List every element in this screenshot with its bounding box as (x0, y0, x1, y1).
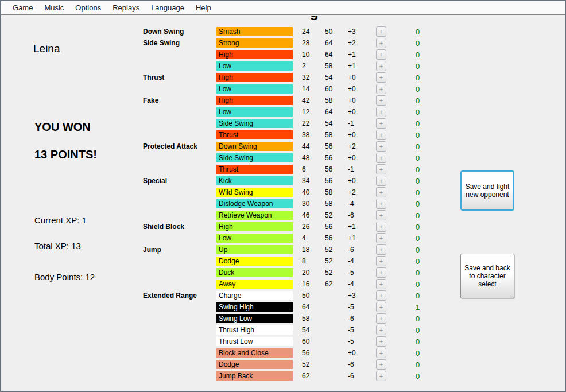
move-row: Side Swing Strong 28 64 +2 + 0 (1, 37, 565, 49)
add-point-button[interactable]: + (376, 61, 386, 71)
stat-value-1: 46 (302, 211, 309, 219)
add-point-button[interactable]: + (376, 141, 386, 152)
stat-value-1: 8 (302, 257, 306, 265)
stat-modifier: -5 (348, 269, 354, 277)
stat-value-1: 18 (302, 246, 309, 254)
stat-modifier: +2 (348, 142, 356, 150)
move-row: Fake High 42 58 +0 + 0 (1, 95, 565, 106)
add-point-button[interactable]: + (376, 233, 386, 243)
points-spent-value: 0 (416, 188, 420, 197)
move-row: Low 2 58 +1 + 0 (1, 60, 565, 72)
move-row: Down Swing Smash 24 50 +3 + 0 (1, 26, 565, 37)
stat-value-1: 52 (302, 360, 309, 368)
add-point-button[interactable]: + (376, 359, 386, 370)
move-bar: High (216, 96, 293, 105)
add-point-button[interactable]: + (376, 26, 386, 37)
stat-modifier: -5 (348, 303, 354, 311)
add-point-button[interactable]: + (376, 176, 386, 186)
save-and-fight-button[interactable]: Save and fight new opponent (460, 170, 514, 211)
add-point-button[interactable]: + (376, 371, 386, 381)
points-spent-value: 0 (416, 51, 420, 59)
add-point-button[interactable]: + (376, 256, 386, 266)
add-point-button[interactable]: + (376, 107, 386, 117)
stat-modifier: +1 (348, 234, 356, 242)
stat-modifier: -6 (348, 360, 354, 368)
points-spent-value: 0 (416, 223, 420, 231)
stat-value-2: 56 (325, 142, 332, 150)
add-point-button[interactable]: + (376, 72, 386, 83)
stat-modifier: +0 (348, 108, 356, 116)
move-bar: Swing High (216, 302, 293, 312)
stat-value-1: 26 (302, 223, 309, 231)
add-point-button[interactable]: + (376, 244, 386, 255)
stat-modifier: +0 (348, 73, 356, 81)
move-row: Thrust High 54 -5 + 0 (1, 324, 565, 336)
points-spent-value: 1 (416, 303, 420, 312)
save-and-back-button[interactable]: Save and back to character select (460, 254, 514, 298)
move-bar: Low (216, 61, 293, 71)
points-spent-value: 0 (416, 39, 420, 48)
add-point-button[interactable]: + (376, 222, 386, 232)
stat-value-1: 10 (302, 51, 309, 59)
move-row: Thrust 38 58 +0 + 0 (1, 129, 565, 141)
game-window: Game Music Options Replays Language Help… (0, 0, 566, 392)
points-spent-value: 0 (416, 326, 420, 335)
stat-modifier: -4 (348, 280, 354, 288)
stat-value-2: 58 (325, 131, 332, 139)
add-point-button[interactable]: + (376, 95, 386, 106)
stat-value-2: 56 (325, 234, 332, 242)
move-bar: High (216, 50, 293, 59)
move-bar: Thrust (216, 130, 293, 139)
points-spent-value: 0 (416, 257, 420, 266)
stat-value-2: 54 (325, 119, 332, 127)
stat-value-2: 56 (325, 223, 332, 231)
add-point-button[interactable]: + (376, 49, 386, 60)
add-point-button[interactable]: + (376, 290, 386, 301)
add-point-button[interactable]: + (376, 325, 386, 335)
add-point-button[interactable]: + (376, 84, 386, 94)
add-point-button[interactable]: + (376, 279, 386, 289)
stat-modifier: -4 (348, 257, 354, 265)
category-label: Thrust (143, 73, 164, 81)
stat-modifier: +2 (348, 188, 356, 196)
points-spent-value: 0 (416, 200, 420, 208)
add-point-button[interactable]: + (376, 210, 386, 220)
stat-value-1: 6 (302, 165, 306, 173)
category-label: Shield Block (143, 223, 184, 231)
add-point-button[interactable]: + (376, 199, 386, 209)
stat-modifier: +2 (348, 39, 356, 47)
move-row: Low 12 64 +0 + 0 (1, 106, 565, 118)
add-point-button[interactable]: + (376, 302, 386, 312)
stat-value-1: 32 (302, 73, 309, 81)
add-point-button[interactable]: + (376, 348, 386, 358)
stat-value-1: 42 (302, 96, 309, 104)
stat-value-2: 56 (325, 165, 332, 173)
category-label: Fake (143, 96, 158, 104)
add-point-button[interactable]: + (376, 38, 386, 48)
points-spent-value: 0 (416, 142, 420, 151)
move-row: Side Swing 22 54 -1 + 0 (1, 118, 565, 129)
add-point-button[interactable]: + (376, 336, 386, 347)
stat-modifier: -1 (348, 165, 354, 173)
move-bar: Duck (216, 268, 293, 277)
add-point-button[interactable]: + (376, 153, 386, 163)
stat-value-2: 64 (325, 39, 332, 47)
stat-value-1: 2 (302, 62, 306, 70)
stat-value-1: 24 (302, 28, 309, 36)
add-point-button[interactable]: + (376, 118, 386, 129)
add-point-button[interactable]: + (376, 313, 386, 324)
category-label: Down Swing (143, 28, 184, 36)
add-point-button[interactable]: + (376, 130, 386, 140)
move-bar: Low (216, 234, 293, 243)
move-bar: High (216, 73, 293, 82)
add-point-button[interactable]: + (376, 267, 386, 278)
stat-value-2: 54 (325, 73, 332, 81)
stat-modifier: -4 (348, 200, 354, 208)
add-point-button[interactable]: + (376, 164, 386, 174)
add-point-button[interactable]: + (376, 187, 386, 197)
move-bar: Strong (216, 38, 293, 48)
move-row: Jump Back 62 -6 + 0 (1, 370, 565, 382)
points-spent-value: 0 (416, 360, 420, 369)
move-row: Swing Low 58 -6 + 0 (1, 313, 565, 324)
category-label: Extended Range (143, 292, 197, 300)
